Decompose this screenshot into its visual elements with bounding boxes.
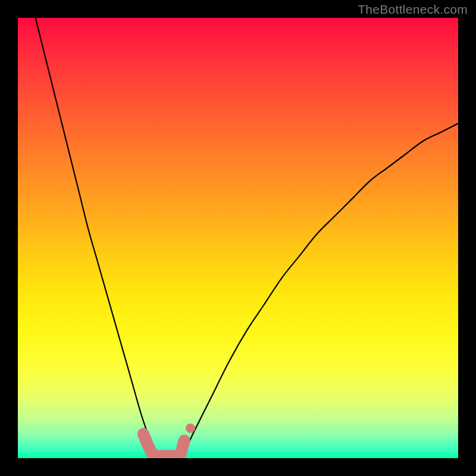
curve-layer xyxy=(18,18,458,458)
optimal-end-dot xyxy=(186,424,195,433)
optimal-region-markers xyxy=(143,424,195,456)
plot-area xyxy=(18,18,458,458)
chart-frame: TheBottleneck.com xyxy=(0,0,476,476)
bottleneck-curve xyxy=(36,18,458,458)
optimal-region-band xyxy=(143,434,184,456)
watermark-text: TheBottleneck.com xyxy=(358,2,468,17)
